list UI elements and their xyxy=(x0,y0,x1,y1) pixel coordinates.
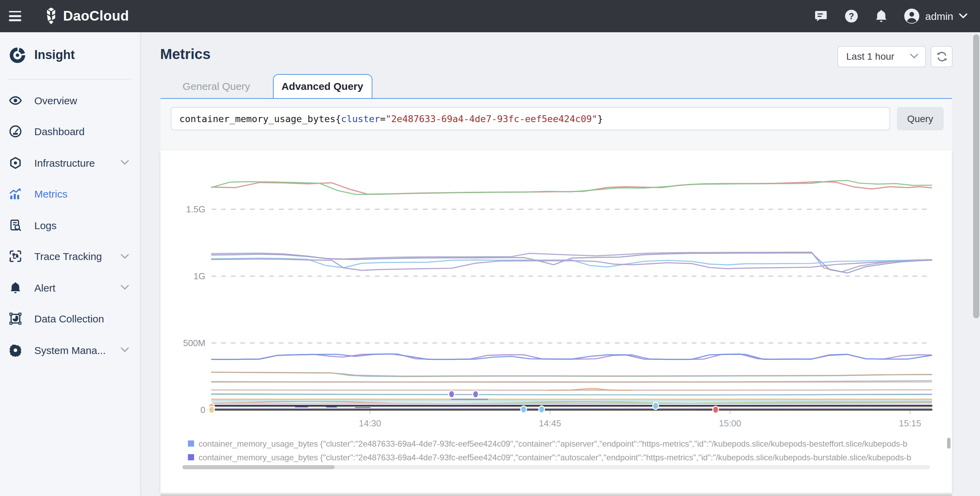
query-tabs: General Query Advanced Query xyxy=(160,74,951,99)
daocloud-logo-icon xyxy=(43,8,59,25)
brand-name: DaoCloud xyxy=(63,8,129,24)
gauge-icon xyxy=(9,125,22,138)
help-icon[interactable]: ? xyxy=(843,9,859,24)
chevron-down-icon xyxy=(121,285,129,290)
svg-text:?: ? xyxy=(849,11,854,21)
legend-swatch xyxy=(188,454,194,460)
trace-icon xyxy=(9,250,22,263)
eye-icon xyxy=(9,94,22,107)
user-menu[interactable]: admin xyxy=(904,8,968,24)
sidebar-nav: Overview Dashboard Infrastructure M xyxy=(0,85,140,366)
sidebar-item-infrastructure[interactable]: Infrastructure xyxy=(0,147,140,179)
notifications-bell-icon[interactable] xyxy=(874,9,889,24)
messages-icon[interactable] xyxy=(813,9,829,24)
page-header: Metrics Last 1 hour xyxy=(160,46,953,67)
chevron-down-icon xyxy=(121,348,129,353)
query-button[interactable]: Query xyxy=(897,107,943,130)
sidebar-item-metrics[interactable]: Metrics xyxy=(0,179,140,210)
legend-scrollbar-thumb[interactable] xyxy=(947,437,950,448)
metrics-chart[interactable]: 0500M1G1.5G14:3014:4515:0015:15 xyxy=(160,150,951,432)
page-title: Metrics xyxy=(160,46,210,62)
query-row: container_memory_usage_bytes{cluster="2e… xyxy=(170,107,943,130)
sidebar-item-overview[interactable]: Overview xyxy=(0,85,140,116)
trend-chart-icon xyxy=(9,188,22,201)
log-search-icon xyxy=(9,219,22,232)
chevron-down-icon xyxy=(910,54,918,59)
svg-text:14:45: 14:45 xyxy=(538,418,561,428)
chevron-down-icon xyxy=(121,160,129,166)
tab-general-query[interactable]: General Query xyxy=(160,74,273,98)
tab-panel: container_memory_usage_bytes{cluster="2e… xyxy=(160,99,951,493)
legend-swatch xyxy=(188,440,194,447)
metrics-chart-card: 0500M1G1.5G14:3014:4515:0015:15 containe… xyxy=(160,150,951,493)
sidebar-item-logs[interactable]: Logs xyxy=(0,210,140,241)
svg-text:1.5G: 1.5G xyxy=(186,204,205,214)
product-header: Insight xyxy=(0,32,140,78)
legend-horizontal-scrollbar[interactable] xyxy=(182,465,930,469)
gear-icon xyxy=(9,344,22,357)
chart-legend[interactable]: container_memory_usage_bytes {"cluster":… xyxy=(188,437,927,464)
avatar xyxy=(904,8,920,24)
svg-text:500M: 500M xyxy=(183,338,205,348)
sidebar-item-dashboard[interactable]: Dashboard xyxy=(0,116,140,147)
sidebar-item-data-collection[interactable]: Data Collection xyxy=(0,303,140,335)
time-range-value: Last 1 hour xyxy=(846,51,894,62)
page-scrollbar-thumb[interactable] xyxy=(973,34,979,318)
sidebar-divider xyxy=(8,78,132,79)
svg-text:14:30: 14:30 xyxy=(358,418,380,428)
svg-text:1G: 1G xyxy=(193,271,205,281)
svg-text:15:00: 15:00 xyxy=(718,418,741,428)
bell-icon xyxy=(9,281,22,294)
hexagon-icon xyxy=(9,156,22,169)
promql-input[interactable]: container_memory_usage_bytes{cluster="2e… xyxy=(170,107,890,130)
bottom-shadow xyxy=(160,493,951,496)
tab-advanced-query[interactable]: Advanced Query xyxy=(273,74,372,98)
legend-item[interactable]: container_memory_usage_bytes {"cluster":… xyxy=(188,437,927,450)
username-label: admin xyxy=(925,10,953,22)
refresh-button[interactable] xyxy=(931,46,953,67)
navbar-actions: ? admin xyxy=(813,8,968,24)
menu-hamburger-icon[interactable] xyxy=(7,9,25,23)
user-chevron-down-icon xyxy=(959,13,968,19)
sidebar-item-trace-tracking[interactable]: Trace Tracking xyxy=(0,241,140,272)
svg-text:15:15: 15:15 xyxy=(898,418,921,428)
legend-horizontal-scrollbar-thumb[interactable] xyxy=(182,465,334,469)
refresh-icon xyxy=(936,50,947,62)
app: DaoCloud ? admin xyxy=(0,0,980,496)
main-content: Metrics Last 1 hour General Query Advanc… xyxy=(140,32,980,496)
product-name: Insight xyxy=(34,48,75,62)
page-scrollbar[interactable] xyxy=(973,33,979,494)
legend-item[interactable]: container_memory_usage_bytes {"cluster":… xyxy=(188,450,927,464)
sidebar-item-system-management[interactable]: System Mana... xyxy=(0,335,140,366)
chevron-down-icon xyxy=(121,254,129,259)
svg-text:0: 0 xyxy=(200,404,205,415)
sidebar-item-alert[interactable]: Alert xyxy=(0,272,140,303)
brand[interactable]: DaoCloud xyxy=(43,8,129,25)
time-range-select[interactable]: Last 1 hour xyxy=(837,46,926,67)
insight-logo-icon xyxy=(8,46,27,64)
sidebar: Insight Overview Dashboard Infrastru xyxy=(0,32,140,496)
pie-frame-icon xyxy=(9,313,22,325)
top-navbar: DaoCloud ? admin xyxy=(0,0,980,32)
